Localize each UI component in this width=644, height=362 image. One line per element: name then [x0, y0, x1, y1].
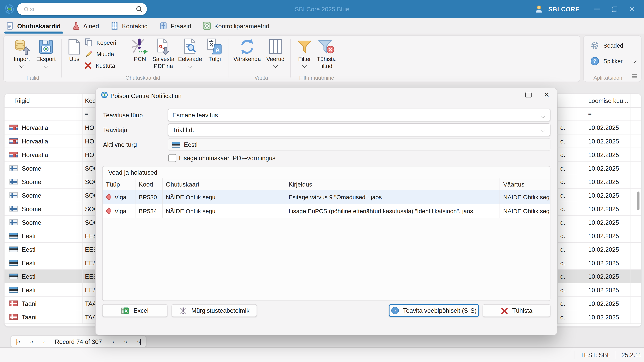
cancel-button[interactable]: Tühista — [483, 304, 550, 317]
prev-record-button[interactable]: ‹ — [43, 338, 45, 345]
err-col-ohutuskaart[interactable]: Ohutuskaart — [162, 178, 285, 190]
translate-icon: A — [206, 38, 223, 56]
group-label-vaata: Vaata — [234, 75, 289, 81]
first-record-button[interactable]: |« — [16, 338, 20, 345]
filter-cell-loomise[interactable]: = — [584, 108, 630, 121]
salvesta-pdfina-button[interactable]: Salvesta PDFina — [150, 38, 177, 70]
info-icon: i — [391, 307, 399, 314]
tab-ohutuskaardid[interactable]: Ohutuskaardid — [6, 18, 60, 34]
record-navigator: |« « ‹ Record 74 of 307 › » »| — [11, 335, 146, 348]
muuda-button[interactable]: Muuda — [84, 49, 116, 59]
err-col-kood[interactable]: Kood — [136, 178, 162, 190]
pdf-checkbox[interactable] — [168, 154, 176, 162]
next-record-button[interactable]: › — [112, 338, 114, 345]
seaded-button[interactable]: Seaded — [590, 41, 623, 50]
close-button[interactable]: ✕ — [626, 3, 638, 15]
minimize-button[interactable] — [591, 3, 603, 15]
err-col-kirjeldus[interactable]: Kirjeldus — [285, 178, 500, 190]
column-header-riigid[interactable]: Riigid — [4, 94, 82, 107]
group-label-failid: Failid — [8, 75, 58, 81]
dialog-close-button[interactable]: ✕ — [544, 91, 550, 99]
user-avatar-icon[interactable] — [535, 5, 543, 13]
filter-cell-hidden[interactable] — [558, 108, 584, 121]
last-record-button[interactable]: »| — [137, 338, 141, 345]
ribbon-app-card: Seaded ? Spikker Aplikatsioon — [583, 35, 642, 82]
kustuta-button[interactable]: Kustuta — [84, 60, 116, 71]
column-header-loomise[interactable]: Loomise kuu... — [584, 94, 630, 107]
tab-ained[interactable]: Ained — [72, 18, 99, 34]
err-col-vaartus[interactable]: Väärtus — [500, 178, 550, 190]
help-icon: ? — [590, 57, 599, 66]
ribbon: Import Eksport Failid — [0, 34, 644, 85]
pdf-checkbox-label: Lisage ohutuskaart PDF-vormingus — [179, 155, 276, 162]
status-bar: TEST: SBL 25.2.11 — [0, 347, 644, 362]
error-row[interactable]: Viga BR530 NÄIDE Ohtlik segu Esitage vär… — [103, 190, 550, 204]
notify-online-button[interactable]: i Teavita veebipõhiselt (S₂S) — [389, 304, 479, 317]
search-input[interactable] — [23, 5, 136, 13]
dialog-logo-icon — [101, 92, 108, 99]
environment-label: TEST: SBL — [580, 351, 610, 358]
chevron-down-icon — [302, 63, 307, 68]
tab-fraasid[interactable]: Fraasid — [159, 18, 191, 34]
spikker-button[interactable]: ? Spikker — [590, 57, 636, 66]
maximize-button[interactable] — [608, 3, 620, 15]
murgistusteabetoimik-button[interactable]: Mürgistusteabetoimik — [172, 304, 257, 317]
teavitaja-select[interactable]: Trial ltd. — [168, 123, 550, 136]
dialog-title: Poison Centre Notification — [110, 92, 182, 99]
excel-icon: X — [121, 307, 129, 315]
error-diamond-icon — [106, 193, 112, 201]
tab-kontrolliparameetrid[interactable]: Kontrolliparameetrid — [203, 18, 269, 34]
teavituse-tuup-select[interactable]: Esmane teavitus — [168, 109, 550, 121]
prev-page-button[interactable]: « — [30, 338, 33, 345]
copy-icon — [84, 38, 93, 47]
tuhista-filtrid-button[interactable]: Tühista filtrid — [313, 38, 340, 70]
chevron-down-icon — [188, 63, 192, 68]
teavitaja-label: Teavitaja — [103, 126, 127, 133]
columns-icon — [268, 38, 283, 56]
chevron-down-icon — [632, 58, 636, 63]
import-button[interactable]: Import — [8, 38, 35, 67]
floppy-export-icon — [38, 38, 54, 56]
pcn-button[interactable]: PCN — [126, 38, 153, 63]
country-flag-icon — [10, 179, 18, 184]
varskenda-button[interactable]: Värskenda — [234, 38, 260, 63]
eksport-button[interactable]: Eksport — [32, 38, 60, 67]
errors-group-label: Vead ja hoiatused — [108, 169, 158, 176]
dialog-maximize-button[interactable] — [525, 92, 532, 98]
veerud-button[interactable]: Veerud — [262, 38, 289, 67]
next-page-button[interactable]: » — [124, 338, 127, 345]
active-tab-indicator — [4, 31, 63, 33]
country-flag-icon — [10, 233, 18, 238]
svg-text:?: ? — [593, 58, 596, 64]
filter-cell-riigid[interactable] — [4, 108, 82, 121]
tolgi-button[interactable]: A Tõlgi — [201, 38, 228, 63]
uus-button[interactable]: Uus — [61, 38, 88, 63]
account-name[interactable]: SBLCORE — [548, 5, 580, 12]
new-document-icon — [68, 38, 81, 56]
tab-kontaktid[interactable]: Kontaktid — [110, 18, 148, 34]
tox-dossier-icon — [179, 307, 187, 315]
delete-x-icon — [84, 62, 92, 69]
search-icon[interactable] — [136, 5, 143, 12]
aktiivne-turg-field: Eesti — [168, 138, 550, 151]
excel-button[interactable]: X Excel — [102, 304, 168, 317]
column-header-hidden[interactable] — [558, 94, 584, 107]
aktiivne-turg-label: Aktiivne turg — [103, 141, 137, 148]
country-flag-icon — [10, 138, 18, 144]
book-icon — [159, 22, 168, 30]
error-row[interactable]: Viga BR534 NÄIDE Ohtlik segu Lisage EuPC… — [103, 204, 550, 218]
country-flag-icon — [10, 206, 18, 211]
err-col-tuup[interactable]: Tüüp — [103, 178, 136, 190]
estonia-flag-icon — [172, 142, 180, 147]
country-flag-icon — [10, 287, 18, 293]
datasheet-icon — [6, 22, 14, 30]
flask-icon — [72, 22, 80, 30]
filter-funnel-icon — [296, 38, 313, 56]
svg-text:A: A — [215, 47, 220, 53]
svg-text:i: i — [394, 308, 396, 313]
kopeeri-button[interactable]: Kopeeri — [84, 37, 116, 48]
pdf-save-icon — [155, 38, 172, 56]
vertical-scrollbar-thumb[interactable] — [637, 191, 640, 210]
eelvaade-button[interactable]: Eelvaade — [176, 38, 204, 67]
menu-icon[interactable] — [632, 73, 637, 79]
